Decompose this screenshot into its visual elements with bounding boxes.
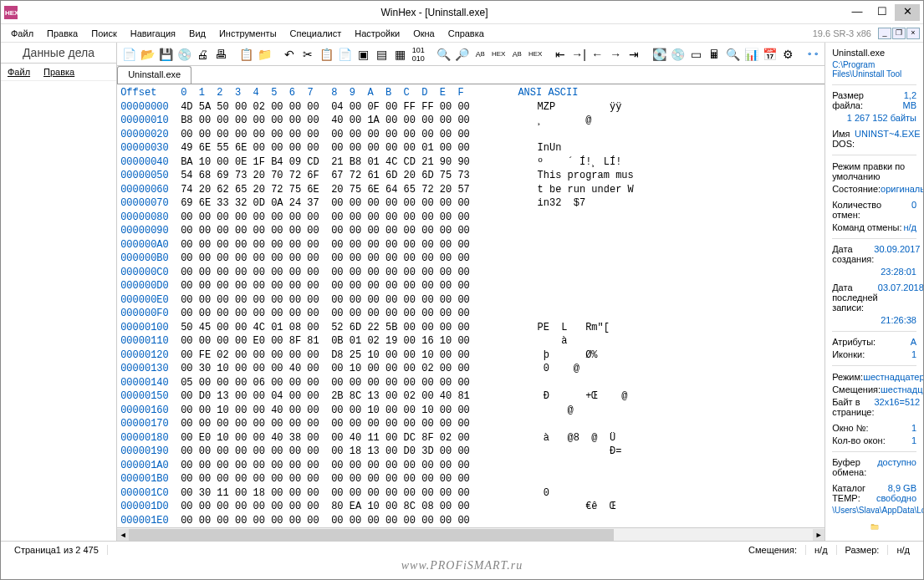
paste-block-icon[interactable]: ▤ bbox=[373, 46, 390, 63]
winno-value: 1 bbox=[911, 423, 916, 433]
menubar: Файл Правка Поиск Навигация Вид Инструме… bbox=[1, 24, 923, 43]
undo-icon[interactable]: ↶ bbox=[281, 46, 298, 63]
replace-hex2-icon[interactable]: HEX bbox=[527, 46, 544, 63]
case-panel: Данные дела Файл Правка bbox=[1, 43, 117, 541]
scroll-left-icon[interactable]: ◄ bbox=[117, 529, 129, 541]
analyze-icon[interactable]: 📊 bbox=[743, 46, 759, 63]
disk1-icon[interactable]: 💽 bbox=[651, 46, 667, 63]
menu-tools[interactable]: Инструменты bbox=[212, 27, 283, 40]
case-icon[interactable]: 📁 bbox=[256, 46, 273, 63]
copy-block-icon[interactable]: ▣ bbox=[355, 46, 371, 63]
options-icon[interactable]: ⚬⚬ bbox=[804, 46, 821, 63]
window-title: WinHex - [Uninstall.exe] bbox=[24, 7, 845, 18]
temp-label: Каталог TEMP: bbox=[832, 483, 872, 503]
info-filepath: C:\Program Files\Uninstall Tool bbox=[832, 60, 916, 79]
file-tabs: Uninstall.exe bbox=[117, 66, 824, 84]
calc-icon[interactable]: 🖩 bbox=[706, 46, 722, 63]
find-text-icon[interactable]: 🔍 bbox=[435, 46, 452, 63]
position-icon[interactable]: 🔍 bbox=[724, 46, 741, 63]
status-na1: н/д bbox=[806, 545, 837, 555]
info-panel: Uninstall.exe C:\Program Files\Uninstall… bbox=[825, 43, 923, 541]
save-icon[interactable]: 💾 bbox=[157, 46, 174, 63]
titlebar: HEX WinHex - [Uninstall.exe] — ☐ ✕ bbox=[1, 1, 923, 24]
watermark: www.PROFiSMART.ru bbox=[401, 559, 523, 572]
open-disk-icon[interactable]: 💿 bbox=[176, 46, 192, 63]
menu-options[interactable]: Настройки bbox=[348, 27, 406, 40]
menu-help[interactable]: Справка bbox=[442, 27, 491, 40]
hex-editor: 📄 📂 💾 💿 🖨 🖶 📋 📁 ↶ ✂ 📋 📄 ▣ ▤ ▦ 101010 🔍 🔎… bbox=[117, 43, 825, 541]
menu-view[interactable]: Вид bbox=[182, 27, 212, 40]
copy-icon[interactable]: 📋 bbox=[318, 46, 334, 63]
folder-icon[interactable] bbox=[861, 522, 888, 531]
attributes-label: Атрибуты: bbox=[832, 337, 876, 347]
hex-view[interactable]: Offset 0 1 2 3 4 5 6 7 8 9 A B C D E F A… bbox=[117, 84, 824, 527]
open-file-icon[interactable]: 📂 bbox=[139, 46, 156, 63]
print-icon[interactable]: 🖶 bbox=[212, 46, 229, 63]
case-menu-edit[interactable]: Правка bbox=[43, 67, 74, 77]
menu-search[interactable]: Поиск bbox=[84, 27, 123, 40]
undocmd-value: н/д bbox=[903, 222, 916, 232]
replace-ab-icon[interactable]: AB bbox=[508, 46, 525, 63]
menu-specialist[interactable]: Специалист bbox=[283, 27, 349, 40]
status-offsets-label: Смещения: bbox=[740, 545, 806, 555]
attributes-value: A bbox=[911, 337, 916, 347]
menu-window[interactable]: Окна bbox=[406, 27, 442, 40]
winno-label: Окно №: bbox=[832, 423, 868, 433]
undocount-value: 0 bbox=[911, 200, 916, 220]
offsets-label: Смещения: bbox=[832, 384, 881, 394]
editmode-label: Режим правки по умолчанию bbox=[832, 161, 916, 181]
icons-label: Иконки: bbox=[832, 349, 865, 359]
mdi-close-button[interactable]: × bbox=[906, 28, 920, 39]
replace-hex-icon[interactable]: HEX bbox=[490, 46, 507, 63]
icons-value: 1 bbox=[911, 349, 916, 359]
created-date: 30.09.2017 bbox=[874, 244, 920, 264]
menu-edit[interactable]: Правка bbox=[40, 27, 84, 40]
info-filename: Uninstall.exe bbox=[832, 48, 916, 58]
undocmd-label: Команд отмены: bbox=[832, 222, 901, 232]
menu-navigation[interactable]: Навигация bbox=[124, 27, 182, 40]
case-panel-title: Данные дела bbox=[1, 43, 116, 64]
new-file-icon[interactable]: 📄 bbox=[120, 46, 137, 63]
open-ram-icon[interactable]: 🖨 bbox=[194, 46, 211, 63]
goto-fwd-icon[interactable]: → bbox=[607, 46, 624, 63]
binary-icon[interactable]: 101010 bbox=[410, 46, 426, 63]
mdi-restore-button[interactable]: ❐ bbox=[892, 28, 906, 39]
find-hex-icon[interactable]: 🔎 bbox=[453, 46, 470, 63]
close-button[interactable]: ✕ bbox=[895, 4, 920, 21]
goto-last-icon[interactable]: ⇥ bbox=[625, 46, 642, 63]
goto-back-icon[interactable]: ← bbox=[589, 46, 605, 63]
tab-file[interactable]: Uninstall.exe bbox=[117, 66, 191, 84]
paste-icon[interactable]: 📄 bbox=[336, 46, 353, 63]
replace-text-icon[interactable]: AB bbox=[472, 46, 488, 63]
scroll-right-icon[interactable]: ► bbox=[813, 529, 824, 541]
ram-icon[interactable]: ▭ bbox=[687, 46, 704, 63]
horizontal-scrollbar[interactable]: ◄ ► bbox=[117, 527, 824, 541]
version-label: 19.6 SR-3 x86 bbox=[813, 28, 871, 38]
calendar-icon[interactable]: 📅 bbox=[761, 46, 778, 63]
filesize-label: Размер файла: bbox=[832, 90, 891, 110]
select-block-icon[interactable]: ▦ bbox=[391, 46, 408, 63]
wincnt-value: 1 bbox=[911, 435, 916, 445]
svg-text:HEX: HEX bbox=[5, 9, 18, 17]
menu-file[interactable]: Файл bbox=[4, 27, 40, 40]
settings-icon[interactable]: ⚙ bbox=[779, 46, 796, 63]
scroll-thumb[interactable] bbox=[129, 529, 614, 541]
toolbar: 📄 📂 💾 💿 🖨 🖶 📋 📁 ↶ ✂ 📋 📄 ▣ ▤ ▦ 101010 🔍 🔎… bbox=[117, 43, 824, 66]
minimize-button[interactable]: — bbox=[845, 4, 870, 21]
mdi-minimize-button[interactable]: _ bbox=[878, 28, 891, 39]
statusbar: Страница1 из 2 475 Смещения: н/д Размер:… bbox=[1, 541, 923, 557]
properties-icon[interactable]: 📋 bbox=[237, 46, 254, 63]
status-page: Страница1 из 2 475 bbox=[6, 545, 108, 555]
maximize-button[interactable]: ☐ bbox=[870, 4, 895, 21]
goto-first-icon[interactable]: ⇤ bbox=[552, 46, 569, 63]
cut-icon[interactable]: ✂ bbox=[299, 46, 316, 63]
filesize-bytes: 1 267 152 байты bbox=[847, 113, 916, 123]
state-value: оригинальное bbox=[881, 184, 923, 194]
created-label: Дата создания: bbox=[832, 244, 874, 264]
goto-offset-icon[interactable]: →| bbox=[570, 46, 587, 63]
case-menu-file[interactable]: Файл bbox=[8, 67, 30, 77]
state-label: Состояние: bbox=[832, 184, 881, 194]
dosname-value: UNINST~4.EXE bbox=[855, 129, 921, 149]
dosname-label: Имя DOS: bbox=[832, 129, 855, 149]
disk2-icon[interactable]: 💿 bbox=[669, 46, 686, 63]
